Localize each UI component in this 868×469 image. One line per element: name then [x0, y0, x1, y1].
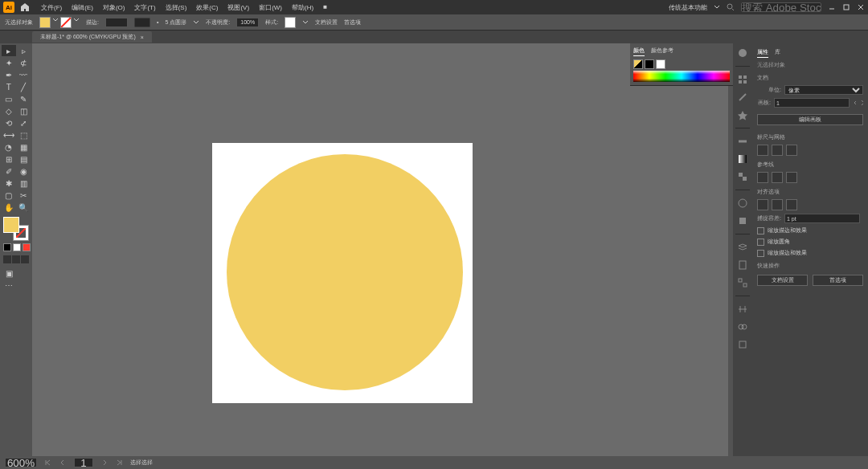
close-button[interactable]	[857, 3, 865, 11]
zoom-tool-icon[interactable]: 🔍	[17, 202, 31, 213]
shape-builder-tool-icon[interactable]: ◔	[2, 141, 16, 153]
none-mode-icon[interactable]	[23, 243, 31, 251]
show-guides-icon[interactable]	[757, 172, 768, 183]
pathfinder-panel-icon[interactable]	[736, 320, 749, 333]
menu-effect[interactable]: 效果(C)	[192, 2, 222, 14]
gradient-panel-icon[interactable]	[736, 153, 749, 165]
doc-setup-button[interactable]: 文档设置	[315, 18, 338, 27]
libraries-tab[interactable]: 库	[775, 48, 780, 58]
transparency-panel-icon[interactable]	[736, 170, 749, 183]
rectangle-tool-icon[interactable]: ▭	[2, 93, 16, 104]
color-tab[interactable]: 颜色	[633, 47, 645, 56]
prev-artboard-icon[interactable]	[853, 100, 857, 106]
canvas-area[interactable]	[32, 43, 733, 456]
scale-corners-checkbox[interactable]	[757, 239, 764, 246]
opacity-input[interactable]	[236, 18, 259, 27]
menu-file[interactable]: 文件(F)	[37, 2, 66, 14]
edit-toolbar-icon[interactable]: ⋯	[2, 279, 16, 291]
menu-object[interactable]: 对象(O)	[99, 2, 129, 14]
snap-pixel-icon[interactable]	[786, 199, 797, 210]
fill-color-icon[interactable]	[3, 217, 19, 233]
free-transform-tool-icon[interactable]: ⬚	[17, 129, 31, 141]
fill-swatch[interactable]	[39, 17, 51, 28]
width-tool-icon[interactable]: ⟷	[2, 129, 16, 141]
menu-extra[interactable]: ■	[319, 2, 331, 14]
align-panel-icon[interactable]	[736, 303, 749, 316]
paintbrush-tool-icon[interactable]: ✎	[17, 93, 31, 104]
artboard-tool-icon[interactable]: ▢	[2, 190, 16, 201]
chevron-down-icon[interactable]	[52, 17, 59, 23]
units-select[interactable]: 像素	[784, 85, 863, 95]
stroke-swatch[interactable]	[60, 17, 72, 28]
zoom-input[interactable]	[5, 458, 37, 467]
swatches-panel-icon[interactable]	[736, 73, 749, 86]
menu-view[interactable]: 视图(V)	[223, 2, 253, 14]
graphic-styles-panel-icon[interactable]	[736, 214, 749, 227]
transform-panel-icon[interactable]	[736, 338, 749, 351]
chevron-down-icon[interactable]	[73, 17, 80, 23]
panel-fill-swatch[interactable]	[633, 59, 643, 69]
direct-selection-tool-icon[interactable]: ▹	[17, 45, 31, 56]
transparency-grid-icon[interactable]	[786, 145, 797, 156]
first-artboard-icon[interactable]	[45, 459, 51, 466]
last-artboard-icon[interactable]	[116, 459, 122, 466]
brush-label[interactable]: 5 点圆形	[165, 18, 186, 27]
draw-normal-icon[interactable]	[3, 255, 11, 263]
scale-strokes-checkbox[interactable]	[757, 227, 764, 234]
color-mode-icon[interactable]	[3, 243, 11, 251]
grid-toggle-icon[interactable]	[772, 145, 783, 156]
blend-tool-icon[interactable]: ◉	[17, 165, 31, 177]
color-guide-tab[interactable]: 颜色参考	[651, 47, 674, 56]
menu-edit[interactable]: 编辑(E)	[68, 2, 97, 14]
chevron-down-icon[interactable]	[302, 19, 309, 26]
magic-wand-tool-icon[interactable]: ✦	[2, 57, 16, 68]
artboard-nav-input[interactable]	[74, 458, 93, 467]
panel-black-swatch[interactable]	[645, 59, 654, 69]
menu-help[interactable]: 帮助(H)	[288, 2, 317, 14]
ruler-toggle-icon[interactable]	[757, 145, 768, 156]
graph-tool-icon[interactable]: ▥	[17, 177, 31, 189]
appearance-panel-icon[interactable]	[736, 197, 749, 210]
preferences-button[interactable]: 首选项	[344, 18, 361, 27]
gradient-tool-icon[interactable]: ▤	[17, 153, 31, 165]
scale-effects-checkbox[interactable]	[757, 250, 764, 257]
maximize-button[interactable]	[842, 3, 850, 11]
chevron-down-icon[interactable]	[714, 4, 720, 10]
eyedropper-tool-icon[interactable]: ✐	[2, 165, 16, 177]
menu-type[interactable]: 文字(T)	[130, 2, 159, 14]
color-panel-icon[interactable]	[736, 47, 749, 59]
perspective-tool-icon[interactable]: ▦	[17, 141, 31, 153]
stock-search-input[interactable]	[741, 2, 821, 12]
prefs-quick-button[interactable]: 首选项	[813, 275, 863, 286]
menu-window[interactable]: 窗口(W)	[255, 2, 286, 14]
lock-guides-icon[interactable]	[772, 172, 783, 183]
stroke-panel-icon[interactable]	[736, 135, 749, 148]
doc-setup-quick-button[interactable]: 文档设置	[757, 275, 808, 286]
ellipse-shape[interactable]	[227, 154, 463, 390]
mesh-tool-icon[interactable]: ⊞	[2, 153, 16, 165]
smart-guides-icon[interactable]	[786, 172, 797, 183]
chevron-down-icon[interactable]	[193, 19, 199, 26]
draw-behind-icon[interactable]	[12, 255, 20, 263]
artboards-panel-icon[interactable]	[736, 276, 749, 289]
fill-stroke-stack[interactable]	[2, 217, 31, 241]
brushes-panel-icon[interactable]	[736, 91, 749, 104]
workspace-switcher[interactable]: 传统基本功能	[669, 3, 707, 12]
home-icon[interactable]	[19, 2, 31, 13]
pen-tool-icon[interactable]: ✒	[2, 69, 16, 80]
asset-export-panel-icon[interactable]	[736, 259, 749, 271]
minimize-button[interactable]	[828, 3, 836, 11]
next-artboard-icon[interactable]	[859, 100, 863, 106]
vertical-scrollbar[interactable]	[728, 43, 733, 456]
menu-select[interactable]: 选择(S)	[162, 2, 191, 14]
properties-tab[interactable]: 属性	[757, 48, 768, 58]
symbols-panel-icon[interactable]	[736, 108, 749, 121]
gradient-mode-icon[interactable]	[13, 243, 21, 251]
stroke-profile-dropdown[interactable]	[134, 18, 150, 27]
selection-tool-icon[interactable]: ▸	[2, 45, 16, 56]
screen-mode-icon[interactable]: ▣	[2, 267, 16, 279]
scale-tool-icon[interactable]: ⤢	[17, 117, 31, 128]
snap-point-icon[interactable]	[757, 199, 768, 210]
snap-grid-icon[interactable]	[772, 199, 783, 210]
type-tool-icon[interactable]: T	[2, 81, 16, 92]
